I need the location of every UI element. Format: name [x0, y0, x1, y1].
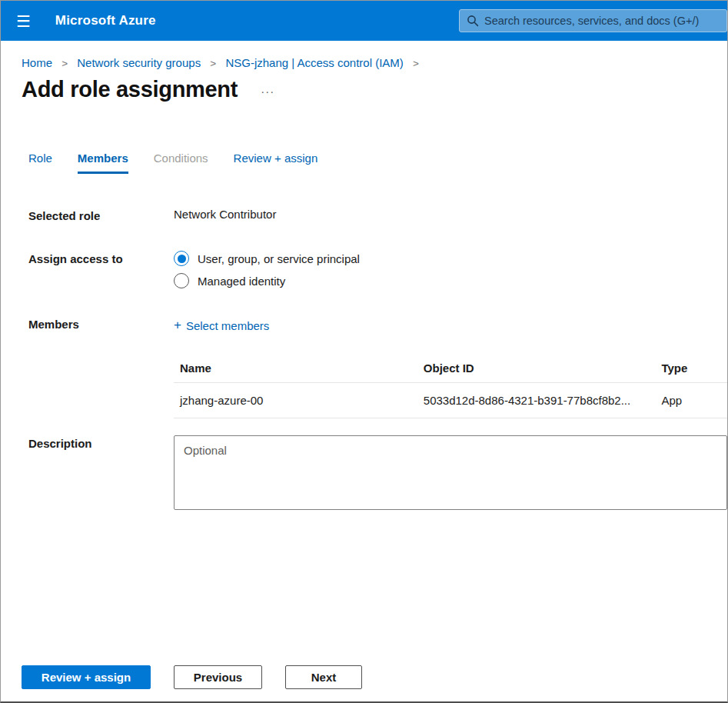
- role-assignment-form: Selected role Network Contributor Assign…: [28, 208, 727, 512]
- members-table-header-row: Name Object ID Type: [174, 354, 727, 383]
- member-type-cell: App: [655, 383, 727, 418]
- members-row: Members + Select members Name Object ID …: [28, 316, 727, 418]
- plus-icon: +: [174, 318, 181, 333]
- radio-option-label: User, group, or service principal: [198, 252, 360, 265]
- select-members-label: Select members: [186, 319, 269, 332]
- radio-user-group-service-principal[interactable]: User, group, or service principal: [174, 251, 360, 266]
- assign-access-to-row: Assign access to User, group, or service…: [28, 251, 727, 295]
- azure-portal-window: ☰ Microsoft Azure Home > Network securit…: [0, 0, 728, 703]
- tab-members[interactable]: Members: [78, 152, 128, 174]
- description-row: Description: [28, 435, 727, 512]
- selected-role-label: Selected role: [28, 208, 174, 222]
- member-name-cell: jzhang-azure-00: [174, 383, 417, 418]
- title-row: Add role assignment ···: [22, 77, 727, 102]
- description-label: Description: [28, 435, 174, 450]
- brand-microsoft-azure[interactable]: Microsoft Azure: [55, 13, 156, 28]
- member-table-row: jzhang-azure-00 5033d12d-8d86-4321-b391-…: [174, 383, 727, 418]
- description-content: [174, 435, 727, 512]
- tab-bar: Role Members Conditions Review + assign: [28, 152, 727, 174]
- description-textarea[interactable]: [174, 435, 727, 510]
- previous-button[interactable]: Previous: [174, 665, 262, 689]
- review-assign-button[interactable]: Review + assign: [22, 665, 151, 689]
- tab-review-assign[interactable]: Review + assign: [234, 152, 318, 174]
- breadcrumb-link-nsg-access-control[interactable]: NSG-jzhang | Access control (IAM): [225, 56, 403, 69]
- members-table: Name Object ID Type jzhang-azure-00 5033…: [174, 354, 727, 418]
- column-header-type: Type: [655, 354, 727, 383]
- breadcrumb-link-network-security-groups[interactable]: Network security groups: [77, 56, 201, 69]
- global-search: [459, 9, 727, 32]
- footer-action-bar: Review + assign Previous Next: [1, 665, 727, 701]
- breadcrumb-separator: >: [61, 58, 68, 69]
- assign-access-to-options: User, group, or service principal Manage…: [174, 251, 360, 295]
- breadcrumb-link-home[interactable]: Home: [22, 56, 52, 69]
- radio-managed-identity[interactable]: Managed identity: [174, 273, 360, 288]
- hamburger-menu-icon[interactable]: ☰: [16, 13, 31, 29]
- radio-selected-icon: [174, 251, 189, 266]
- breadcrumb: Home > Network security groups > NSG-jzh…: [1, 41, 727, 69]
- breadcrumb-separator: >: [210, 58, 216, 69]
- next-button[interactable]: Next: [285, 665, 362, 689]
- more-menu-icon[interactable]: ···: [261, 85, 274, 98]
- radio-option-label: Managed identity: [198, 275, 285, 288]
- top-bar: ☰ Microsoft Azure: [1, 1, 727, 41]
- assign-access-to-label: Assign access to: [28, 251, 174, 265]
- column-header-name: Name: [174, 354, 417, 383]
- selected-role-row: Selected role Network Contributor: [28, 208, 727, 222]
- member-object-id-cell: 5033d12d-8d86-4321-b391-77b8cf8b2...: [417, 383, 656, 418]
- radio-unselected-icon: [174, 273, 189, 288]
- column-header-object-id: Object ID: [417, 354, 656, 383]
- global-search-input[interactable]: [459, 9, 727, 32]
- members-content: + Select members Name Object ID Type jzh…: [174, 316, 727, 418]
- tab-conditions: Conditions: [154, 152, 208, 174]
- selected-role-value: Network Contributor: [174, 208, 276, 221]
- tab-role[interactable]: Role: [28, 152, 52, 174]
- members-label: Members: [28, 316, 174, 331]
- select-members-link[interactable]: + Select members: [174, 316, 269, 333]
- page-title: Add role assignment: [22, 77, 238, 102]
- breadcrumb-separator: >: [413, 58, 419, 69]
